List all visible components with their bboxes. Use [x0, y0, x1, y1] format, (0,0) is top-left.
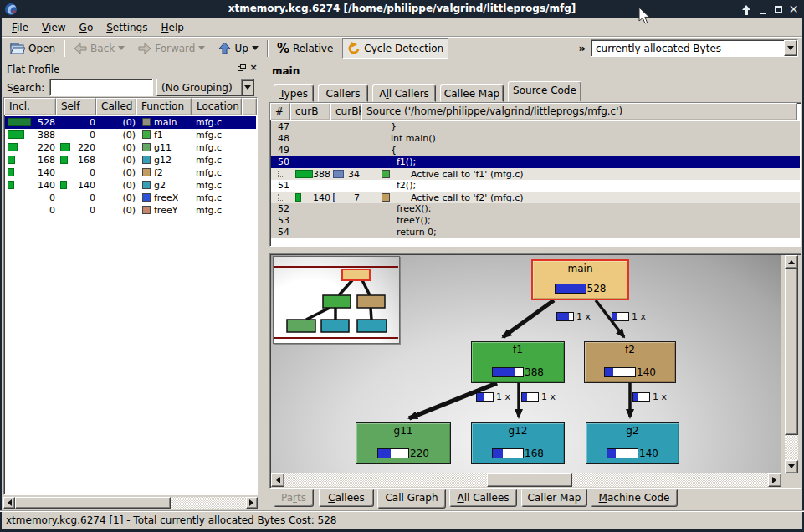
scrollbar-track[interactable]	[171, 497, 246, 509]
tab-caller-map[interactable]: Caller Map	[521, 489, 587, 507]
flat-profile-row-main[interactable]: 5280(0)mainmfg.c	[5, 116, 256, 129]
scroll-left-button[interactable]	[3, 497, 15, 509]
curb-value: 140	[305, 192, 330, 203]
flat-profile-row-f1[interactable]: 3880(0)f1mfg.c	[5, 129, 256, 141]
forward-button[interactable]: Forward	[134, 38, 209, 59]
menu-item-settings[interactable]: Settings	[100, 20, 154, 35]
menu-item-view[interactable]: View	[35, 20, 72, 35]
scroll-down-button[interactable]	[785, 460, 798, 473]
column-header-curb[interactable]: curB	[290, 103, 330, 120]
source-row-48[interactable]: 48int main()	[271, 133, 800, 145]
call-graph-viewport[interactable]: 1 x1 x1 x1 x1 xmain528f1388f2140g11220g1…	[271, 255, 781, 473]
tab-all-callers[interactable]: All Callers	[372, 84, 436, 102]
graph-node-f1[interactable]: f1388	[471, 341, 565, 383]
graph-node-g11[interactable]: g11220	[356, 422, 451, 464]
column-header-source[interactable]: Source ('/home/philippe/valgrind/littlep…	[361, 103, 797, 120]
back-button[interactable]: Back	[69, 38, 129, 59]
cycle-detection-toggle[interactable]: Cycle Detection	[342, 38, 448, 59]
dock-float-icon[interactable]	[237, 64, 247, 73]
scroll-left-button[interactable]	[271, 473, 284, 487]
source-row-47[interactable]: 47}	[271, 121, 800, 133]
open-button[interactable]: Open	[6, 38, 59, 59]
column-header-self[interactable]: Self	[56, 98, 96, 115]
tab-source-code[interactable]: Source Code	[508, 81, 581, 102]
event-type-combobox[interactable]: currently allocated Bytes	[591, 39, 798, 57]
source-row-call[interactable]: 1407Active call to 'f2' (mfg.c)	[271, 192, 800, 203]
tab-callee-map[interactable]: Callee Map	[440, 84, 504, 102]
grouping-combobox[interactable]: (No Grouping)	[156, 79, 254, 96]
column-header-location[interactable]: Location	[192, 98, 242, 115]
call-color-swatch	[382, 193, 390, 202]
graph-hscrollbar[interactable]	[271, 473, 781, 487]
tab-parts[interactable]: Parts	[274, 489, 314, 507]
edge-label-f2-g2[interactable]: 1 x	[632, 391, 667, 402]
incl-bar	[8, 143, 18, 151]
flat-profile-hscrollbar[interactable]	[3, 497, 258, 509]
tab-types[interactable]: Types	[274, 84, 314, 102]
flat-profile-row-g2[interactable]: 140140(0)g2mfg.c	[5, 179, 256, 192]
edge-label-main-f2[interactable]: 1 x	[612, 311, 646, 322]
called-value: (0)	[105, 192, 136, 203]
flat-profile-row-freex[interactable]: 00(0)freeXmfg.c	[5, 192, 256, 204]
scroll-up-button[interactable]	[785, 255, 798, 269]
scrollbar-thumb[interactable]	[487, 473, 572, 487]
incl-bar	[8, 181, 14, 189]
scrollbar-track[interactable]	[572, 473, 768, 487]
source-row-54[interactable]: 54 return 0;	[271, 227, 800, 238]
scroll-right-button[interactable]	[768, 473, 781, 487]
combo-arrow-button[interactable]	[784, 40, 797, 56]
graph-node-g2[interactable]: g2140	[586, 422, 679, 464]
menu-item-help[interactable]: Help	[154, 20, 190, 35]
edge-label-main-f1[interactable]: 1 x	[556, 311, 591, 322]
source-row-call[interactable]: 38834Active call to 'f1' (mfg.c)	[271, 168, 800, 180]
toolbar-overflow-chevron[interactable]: »	[579, 42, 586, 54]
tab-all-callees[interactable]: All Callees	[449, 489, 517, 507]
flat-profile-row-g12[interactable]: 168168(0)g12mfg.c	[5, 154, 256, 166]
location-value: mfg.c	[196, 155, 222, 166]
dock-close-icon[interactable]: ×	[248, 64, 259, 73]
graph-vscrollbar[interactable]	[785, 255, 798, 473]
search-input[interactable]	[49, 79, 153, 96]
close-button[interactable]: ✕	[787, 3, 800, 16]
column-header-function[interactable]: Function	[136, 98, 192, 115]
scrollbar-track[interactable]	[785, 435, 798, 460]
column-header-line[interactable]: #	[270, 103, 290, 120]
column-header-incl[interactable]: Incl.	[4, 98, 56, 115]
source-row-52[interactable]: 52 freeX();	[271, 203, 800, 215]
tab-machine-code[interactable]: Machine Code	[591, 489, 678, 507]
source-row-50[interactable]: 50 f1();	[271, 156, 800, 168]
scrollbar-thumb[interactable]	[785, 269, 798, 435]
combo-arrow-button[interactable]	[241, 79, 253, 95]
source-row-51[interactable]: 51 f2();	[271, 180, 800, 192]
function-title: main	[272, 65, 300, 77]
source-row-49[interactable]: 49{	[271, 145, 800, 156]
graph-node-f2[interactable]: f2140	[584, 341, 676, 383]
node-cost-bar	[604, 367, 636, 377]
scrollbar-thumb[interactable]	[15, 497, 171, 509]
relative-toggle[interactable]: % Relative	[273, 38, 337, 59]
graph-node-g12[interactable]: g12168	[471, 422, 565, 464]
graph-overview-minimap[interactable]	[273, 256, 400, 344]
edge-label-f1-g11[interactable]: 1 x	[476, 391, 510, 402]
edge-count: 1 x	[541, 391, 556, 402]
up-button[interactable]: Up	[214, 38, 262, 59]
shade-button[interactable]	[740, 3, 752, 16]
title-bar[interactable]: xtmemory.kcg.6274 [/home/philippe/valgri…	[0, 0, 804, 18]
column-header-curbk[interactable]: curBk	[330, 103, 361, 120]
maximize-button[interactable]	[772, 3, 785, 16]
tab-callers[interactable]: Callers	[318, 84, 368, 102]
minimize-button[interactable]	[757, 3, 770, 16]
edge-label-f1-g12[interactable]: 1 x	[521, 391, 556, 402]
menu-item-go[interactable]: Go	[73, 20, 100, 35]
tab-call-graph[interactable]: Call Graph	[377, 489, 446, 509]
scroll-right-button[interactable]	[246, 497, 258, 509]
flat-profile-row-f2[interactable]: 1400(0)f2mfg.c	[5, 166, 256, 179]
graph-node-main[interactable]: main528	[531, 259, 629, 300]
tab-callees[interactable]: Callees	[319, 489, 374, 507]
scrollbar-track[interactable]	[284, 473, 487, 487]
menu-item-file[interactable]: File	[5, 20, 35, 35]
column-header-called[interactable]: Called	[96, 98, 136, 115]
flat-profile-row-freey[interactable]: 00(0)freeYmfg.c	[5, 204, 256, 217]
flat-profile-row-g11[interactable]: 220220(0)g11mfg.c	[5, 141, 256, 154]
source-row-53[interactable]: 53 freeY();	[271, 215, 800, 227]
